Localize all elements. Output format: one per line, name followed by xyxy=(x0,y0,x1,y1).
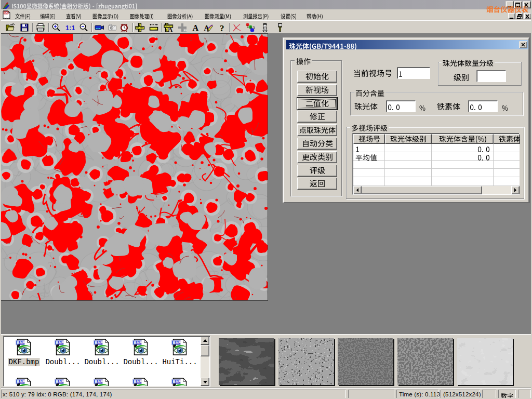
svg-text:BMP: BMP xyxy=(95,341,103,344)
svg-text:A: A xyxy=(193,23,199,32)
svg-text:1: 1 xyxy=(247,25,249,29)
svg-text:1:1: 1:1 xyxy=(65,24,75,32)
svg-text:BMP: BMP xyxy=(173,341,181,344)
svg-text:DOC: DOC xyxy=(4,11,10,14)
svg-text:A: A xyxy=(168,26,173,33)
svg-text:3: 3 xyxy=(253,26,255,30)
svg-text:a: a xyxy=(250,25,252,29)
svg-text:BMP: BMP xyxy=(17,341,25,344)
svg-text:BMP: BMP xyxy=(134,341,142,344)
svg-text:BMP: BMP xyxy=(56,341,64,344)
svg-text:?: ? xyxy=(220,23,224,33)
